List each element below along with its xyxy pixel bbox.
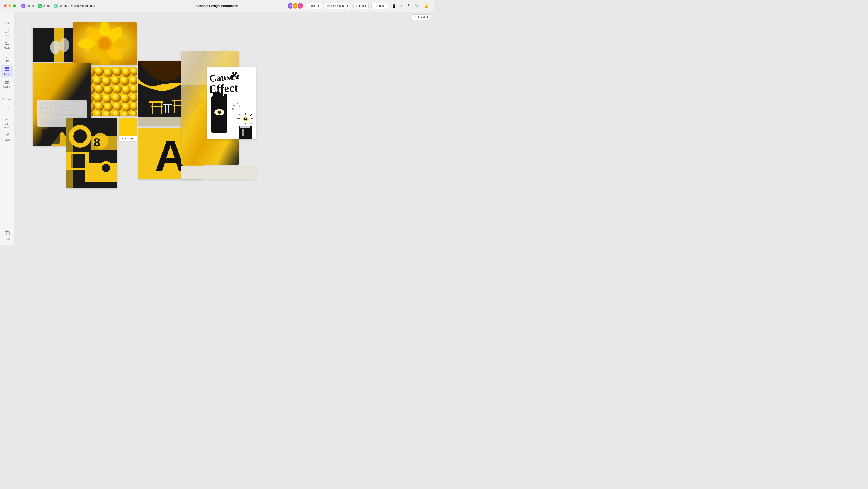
minimize-button[interactable] <box>8 4 11 7</box>
sidebar-item-column[interactable]: Column <box>1 78 13 90</box>
sidebar-board-label: Board <box>4 73 10 76</box>
svg-rect-101 <box>69 102 73 105</box>
trash-icon <box>5 230 10 237</box>
svg-point-176 <box>245 118 246 119</box>
sidebar-item-comment[interactable]: Comment <box>1 91 13 103</box>
svg-rect-108 <box>59 107 63 110</box>
svg-rect-95 <box>39 102 43 105</box>
moodboard-item-typography-graphic[interactable]: 8.6 8 <box>66 118 117 189</box>
svg-point-20 <box>8 109 9 109</box>
draw-icon <box>5 133 9 138</box>
svg-rect-2 <box>6 19 8 19</box>
moodboard-item-light-bg[interactable] <box>181 166 256 179</box>
svg-rect-100 <box>64 102 68 105</box>
sidebar-item-line[interactable]: Line <box>1 53 13 64</box>
svg-rect-14 <box>7 82 9 84</box>
comment-icon <box>5 93 9 97</box>
sidebar-addimage-label: Add image <box>3 123 12 128</box>
line-icon <box>5 54 9 59</box>
editors-label: Editors <box>309 4 317 7</box>
svg-point-19 <box>7 109 7 109</box>
svg-rect-147 <box>163 104 172 105</box>
svg-rect-167 <box>220 92 223 102</box>
editors-chevron-icon: ▾ <box>318 4 319 7</box>
work-icon: W <box>38 4 42 8</box>
sidebar-draw-label: Draw <box>4 139 10 141</box>
avatar-group: A B C <box>287 3 304 9</box>
svg-point-64 <box>95 85 104 94</box>
sidebar-item-draw[interactable]: Draw <box>1 131 13 143</box>
svg-rect-11 <box>7 69 9 71</box>
svg-point-175 <box>244 118 247 120</box>
breadcrumb-home-label: Home <box>26 4 34 7</box>
color-swatch-block <box>119 118 136 136</box>
maximize-button[interactable] <box>13 4 16 7</box>
more-icon <box>5 107 9 112</box>
sidebar-note-label: Note <box>5 22 9 24</box>
publish-share-button[interactable]: Publish & share ▾ <box>324 3 351 9</box>
svg-text:8: 8 <box>94 136 100 149</box>
svg-point-171 <box>218 111 221 114</box>
device-icon-button[interactable]: 📱 <box>391 3 397 9</box>
svg-point-56 <box>93 76 102 85</box>
editors-button[interactable]: Editors ▾ <box>306 3 322 9</box>
search-button[interactable]: 🔍 <box>414 3 421 9</box>
close-button[interactable] <box>4 4 6 7</box>
sidebar-column-label: Column <box>3 86 11 88</box>
svg-point-58 <box>111 76 120 85</box>
svg-point-49 <box>104 68 113 78</box>
sidebar-item-addimage[interactable]: Add image <box>1 115 13 131</box>
sidebar-item-link[interactable]: Link <box>1 27 13 39</box>
svg-rect-107 <box>54 107 58 110</box>
zoom-out-label: Zoom out <box>374 4 385 7</box>
moodboard-item-flower[interactable] <box>72 22 136 65</box>
svg-rect-140 <box>152 103 153 114</box>
svg-rect-113 <box>39 111 43 114</box>
svg-point-190 <box>232 108 234 110</box>
sidebar-item-note[interactable]: Note <box>1 15 13 26</box>
svg-rect-99 <box>59 102 63 105</box>
svg-rect-8 <box>5 67 7 69</box>
svg-rect-0 <box>6 17 9 18</box>
sidebar-line-label: Line <box>5 60 9 62</box>
svg-rect-17 <box>5 95 8 96</box>
svg-rect-12 <box>5 81 9 82</box>
svg-point-51 <box>122 68 131 77</box>
cause-effect-image: Cause & Effect <box>207 67 256 140</box>
sidebar-item-todo[interactable]: To-do <box>1 40 13 52</box>
svg-rect-98 <box>54 102 58 105</box>
board-icon <box>5 67 9 72</box>
svg-point-83 <box>122 103 131 112</box>
sidebar-trash[interactable]: Trash <box>1 228 13 242</box>
breadcrumb-sep-2: › <box>51 4 52 7</box>
svg-rect-102 <box>74 102 78 105</box>
svg-rect-110 <box>69 107 73 110</box>
moodboard-item-color-swatch[interactable]: #FBCD08 <box>119 118 136 141</box>
home-icon: M <box>22 4 25 8</box>
help-button[interactable]: ? <box>405 3 411 9</box>
svg-rect-13 <box>5 82 7 84</box>
canvas: 0 Unsorted <box>14 12 434 244</box>
svg-point-66 <box>113 85 122 94</box>
svg-rect-112 <box>79 107 83 110</box>
svg-rect-97 <box>49 102 53 105</box>
notification-bell-button[interactable]: 🔔 <box>423 3 430 9</box>
sidebar-item-more[interactable] <box>1 104 13 115</box>
moodboard-item-cause-effect[interactable]: Cause & Effect <box>207 67 256 140</box>
sidebar-item-board[interactable]: Board <box>1 65 13 78</box>
breadcrumb-home[interactable]: M Home <box>22 4 34 8</box>
svg-point-172 <box>219 111 220 112</box>
svg-rect-117 <box>59 111 63 114</box>
svg-rect-116 <box>54 111 58 114</box>
svg-point-73 <box>103 94 112 103</box>
todo-icon <box>5 42 9 47</box>
svg-point-67 <box>122 86 131 95</box>
breadcrumb-work[interactable]: W Work <box>38 4 50 8</box>
export-button[interactable]: Export ▾ <box>353 3 369 9</box>
notification-count: 21 <box>400 4 402 7</box>
breadcrumb-doc[interactable]: ◈ Graphic Design Moodboard <box>54 4 95 8</box>
unsorted-badge[interactable]: 0 Unsorted <box>412 15 430 20</box>
zoom-out-button[interactable]: Zoom out <box>371 3 388 9</box>
svg-point-136 <box>102 164 110 172</box>
svg-rect-187 <box>242 129 245 136</box>
